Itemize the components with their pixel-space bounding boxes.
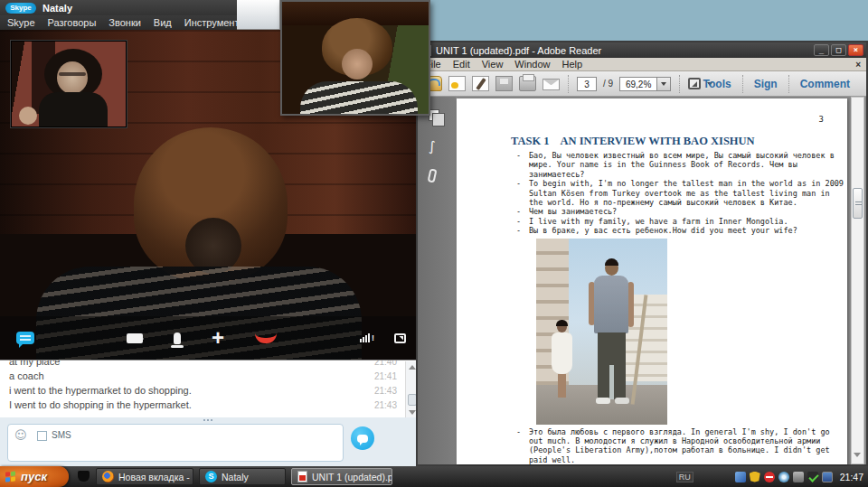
menu-skype[interactable]: Skype	[7, 17, 35, 28]
pdf-body-text: -Бао, Вы человек известный во всем мире,…	[516, 151, 844, 464]
snowflake-tray-icon[interactable]	[778, 472, 789, 482]
taskbar-button-pdf[interactable]: UNIT 1 (updated).pdf...	[291, 468, 392, 485]
chat-message-text: at my place	[9, 360, 374, 367]
zoom-level-input[interactable]: 69,2%	[619, 77, 657, 91]
call-quality-icon[interactable]: !	[360, 333, 374, 342]
windows-flag-icon	[5, 471, 16, 482]
page-number-input[interactable]: 3	[577, 77, 597, 91]
pip-person-face	[57, 61, 88, 94]
chat-message-text: a coach	[9, 370, 374, 381]
chat-message-time: 21:43	[374, 400, 397, 410]
pdf-bullet: -Чем вы занимаетесь?	[516, 207, 844, 216]
pip-person-hand	[19, 107, 37, 125]
menubar-close-icon[interactable]: ×	[855, 60, 861, 70]
menu-window[interactable]: Window	[514, 59, 550, 70]
tools-button[interactable]: Tools	[693, 78, 742, 90]
taskbar-clock[interactable]: 21:47	[840, 472, 863, 482]
adobe-toolbar: 3 / 9 69,2% Tools Sign Comment	[418, 71, 866, 97]
chat-message-text: i went to the hypermarket to do shopping…	[9, 385, 374, 396]
chat-toggle-icon[interactable]	[16, 332, 34, 344]
print-icon[interactable]	[519, 76, 536, 91]
adobe-titlebar[interactable]: UNIT 1 (updated).pdf - Adobe Reader _ □ …	[418, 42, 866, 58]
message-input[interactable]: ☺ SMS	[7, 424, 344, 462]
adobe-window-title: UNIT 1 (updated).pdf - Adobe Reader	[436, 45, 809, 56]
sms-checkbox[interactable]	[37, 431, 47, 441]
adobe-menubar: File Edit View Window Help ×	[418, 58, 866, 71]
document-area: ∫ 3 TASK 1AN INTERVIEW WITH BAO XISHUN -…	[418, 97, 866, 464]
chat-message-row: i went to the hypermarket to do shopping…	[0, 383, 419, 398]
do-not-disturb-icon[interactable]	[764, 472, 775, 482]
fullscreen-icon[interactable]	[394, 333, 406, 343]
skype-logo-icon: Skype	[5, 3, 36, 14]
chat-message-time: 21:41	[374, 371, 397, 381]
emoticon-icon[interactable]: ☺	[14, 428, 27, 442]
document-scrollbar-thumb[interactable]	[853, 188, 863, 219]
taskbar-button-firefox[interactable]: Новая вкладка - Mo...	[96, 468, 193, 485]
pdf-bullet: -Вы в браке, у вас есть ребенок.How did …	[516, 226, 844, 235]
pdf-page-number: 3	[819, 115, 824, 124]
menu-conversations[interactable]: Разговоры	[48, 17, 97, 28]
chat-message-row: I went to do shopping in the hypermarket…	[0, 398, 419, 412]
adobe-reader-window: UNIT 1 (updated).pdf - Adobe Reader _ □ …	[416, 41, 868, 466]
scroll-down-icon[interactable]	[854, 449, 861, 461]
video-camera-icon[interactable]	[127, 333, 143, 343]
firefox-icon	[102, 471, 114, 482]
chat-message-row: a coach 21:41	[0, 369, 419, 383]
menu-view[interactable]: Вид	[154, 17, 172, 28]
close-button[interactable]: ×	[848, 44, 863, 56]
skype-icon: S	[205, 471, 217, 482]
remote-person-face	[185, 218, 241, 274]
chat-message-time: 21:40	[374, 360, 397, 367]
sign-button[interactable]: Sign	[743, 78, 788, 90]
taskbar-button-skype[interactable]: S Nataly	[199, 468, 286, 485]
display-tray-icon[interactable]	[822, 472, 833, 482]
pip-person-body	[39, 92, 108, 127]
chat-message-time: 21:43	[374, 386, 397, 396]
taskbar: пуск Новая вкладка - Mo... S Nataly UNIT…	[0, 466, 868, 487]
quick-launch-icon[interactable]	[78, 471, 90, 482]
input-settings-icon[interactable]	[793, 472, 804, 482]
security-shield-icon[interactable]	[750, 472, 760, 482]
chat-history[interactable]: at my place 21:40 a coach 21:41 i went t…	[0, 360, 419, 417]
save-icon[interactable]	[495, 76, 513, 91]
create-pdf-icon[interactable]	[448, 76, 466, 91]
document-scrollbar[interactable]	[851, 97, 864, 464]
maximize-button[interactable]: □	[831, 44, 846, 56]
add-participant-icon[interactable]: +	[212, 330, 224, 346]
skype-logo-text: Skype	[10, 4, 32, 12]
send-message-button[interactable]	[351, 426, 374, 450]
attachments-icon[interactable]	[428, 168, 438, 183]
pdf-page: 3 TASK 1AN INTERVIEW WITH BAO XISHUN -Ба…	[457, 98, 847, 464]
bookmarks-icon[interactable]: ∫	[429, 140, 436, 154]
zoom-dropdown-icon[interactable]	[657, 77, 671, 91]
antivirus-ok-icon[interactable]	[807, 472, 818, 482]
email-icon[interactable]	[542, 79, 560, 90]
start-button[interactable]: пуск	[0, 466, 69, 487]
floating-person-face	[342, 49, 373, 80]
menu-edit[interactable]: Edit	[453, 59, 470, 70]
messenger-tray-icon[interactable]	[735, 472, 746, 482]
chat-message-row: at my place 21:40	[0, 360, 419, 369]
language-indicator[interactable]: RU	[676, 472, 693, 482]
minimize-button[interactable]: _	[814, 44, 829, 56]
pdf-bullet: -Это была любовь с первого взгляда. In g…	[516, 427, 844, 464]
menu-help[interactable]: Help	[561, 59, 582, 70]
floating-person-striped-shirt	[300, 81, 418, 116]
sms-label: SMS	[52, 430, 71, 440]
fill-sign-icon[interactable]	[472, 76, 489, 91]
microphone-icon[interactable]	[174, 332, 181, 344]
navigation-pane: ∫	[418, 97, 456, 464]
comment-button[interactable]: Comment	[789, 78, 861, 90]
end-call-icon[interactable]	[255, 333, 277, 343]
skype-window-title: Nataly	[42, 3, 72, 14]
send-bubble-icon	[357, 435, 368, 443]
message-input-area: ☺ SMS	[0, 417, 419, 466]
floating-video-window[interactable]	[280, 0, 430, 116]
menu-view[interactable]: View	[482, 59, 504, 70]
page-count-label: / 9	[603, 79, 613, 89]
self-video-preview[interactable]	[11, 41, 127, 127]
system-tray: RU 21:47	[676, 466, 868, 487]
splitter-grip[interactable]	[203, 419, 205, 421]
menu-calls[interactable]: Звонки	[108, 17, 141, 28]
start-button-label: пуск	[21, 470, 47, 483]
